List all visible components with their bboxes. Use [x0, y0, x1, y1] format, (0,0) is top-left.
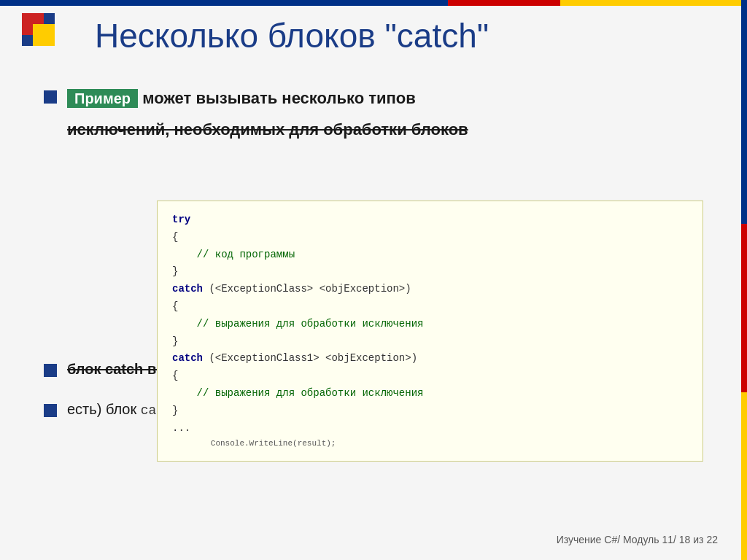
code-line-6: { [172, 298, 688, 316]
logo-yellow-square [33, 24, 55, 46]
bullet-square-2 [44, 364, 57, 377]
highlight-label: Пример [67, 89, 138, 108]
bullet-text-1-content: может вызывать несколько типов [142, 89, 416, 107]
slide: Несколько блоков "catch" Пример может вы… [0, 0, 747, 560]
top-bar [0, 0, 747, 6]
strikethrough-text: исключений, необходимых для обработки бл… [67, 120, 468, 139]
code-line-13: ... [172, 420, 688, 438]
code-line-9: catch (<ExceptionClass1> <objException>) [172, 350, 688, 368]
footer: Изучение C#/ Модуль 11/ 18 из 22 [557, 534, 718, 545]
code-block: try { // код программы } catch (<Excepti… [157, 201, 703, 462]
bullet3-text: есть) блок [67, 401, 136, 417]
code-line-3: // код программы [172, 246, 688, 264]
code-line-4: } [172, 263, 688, 281]
code-line-8: } [172, 333, 688, 351]
code-line-5: catch (<ExceptionClass> <objException>) [172, 281, 688, 298]
content-area: Пример может вызывать несколько типов ис… [44, 88, 718, 516]
code-line-10: { [172, 368, 688, 385]
code-line-7: // выражения для обработки исключения [172, 316, 688, 333]
page-title: Несколько блоков "catch" [95, 16, 489, 55]
bullet-text-1: Пример может вызывать несколько типов [67, 88, 416, 110]
code-line-12: } [172, 402, 688, 420]
logo-area [22, 13, 80, 64]
bullet-item-1: Пример может вызывать несколько типов [44, 88, 718, 110]
bullet-square-3 [44, 404, 57, 417]
strikethrough-line: исключений, необходимых для обработки бл… [67, 120, 468, 139]
code-inner-line: Console.WriteLine(result); [172, 437, 688, 451]
code-line-2: { [172, 229, 688, 246]
code-line-1: try [172, 211, 688, 229]
bullet-square-1 [44, 90, 57, 104]
right-bar [741, 0, 747, 560]
code-line-11: // выражения для обработки исключения [172, 385, 688, 402]
